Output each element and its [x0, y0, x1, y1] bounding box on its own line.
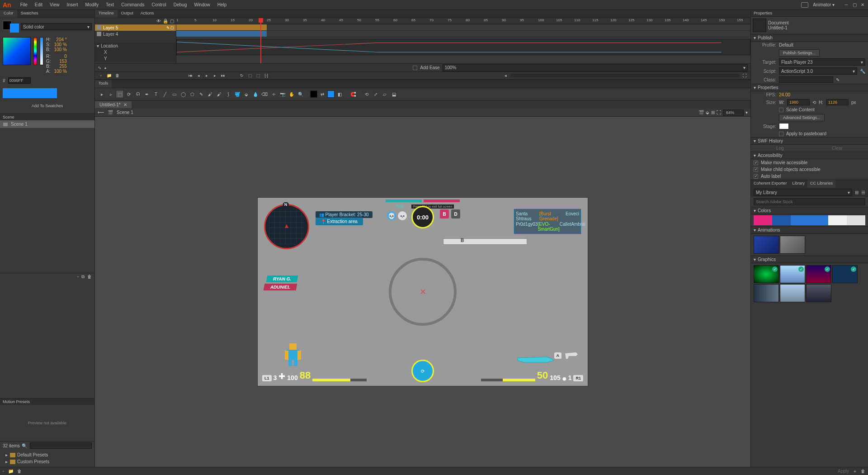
hex-input[interactable] — [8, 77, 31, 84]
lib-anim-thumb[interactable] — [780, 236, 805, 254]
breadcrumb[interactable]: Scene 1 — [117, 110, 133, 115]
lib-graphic-thumb[interactable]: ✓ — [754, 265, 779, 283]
preset-folder-default[interactable]: ▸Default Presets — [0, 451, 94, 458]
publish-section[interactable]: ▾Publish — [751, 34, 868, 42]
track-row[interactable] — [176, 31, 750, 37]
free-transform-tool[interactable]: ⬚ — [116, 90, 124, 98]
subselection-tool[interactable]: ▹ — [107, 90, 115, 98]
edit-class-icon[interactable]: ✎ — [836, 77, 840, 82]
folder-icon[interactable]: 📁 — [8, 469, 14, 474]
menu-modify[interactable]: Modify — [82, 2, 102, 7]
lib-grid-icon[interactable]: ⊞ — [855, 190, 859, 195]
line-tool[interactable]: ╱ — [161, 90, 169, 98]
fit-icon[interactable]: ⛶ — [717, 110, 721, 115]
lib-graphic-thumb[interactable] — [780, 284, 805, 302]
tab-cc-libraries[interactable]: CC Libraries — [807, 180, 835, 188]
edit-symbol-icon[interactable]: ⬙ — [706, 110, 709, 115]
lib-color-swatch[interactable] — [847, 215, 865, 225]
publish-settings-button[interactable]: Publish Settings... — [779, 49, 820, 57]
camera-tool[interactable]: 📷 — [278, 90, 287, 98]
tab-coherent-exporter[interactable]: Coherent Exporter — [751, 180, 790, 188]
lib-graphic-thumb[interactable] — [806, 284, 831, 302]
new-folder-icon[interactable]: 📁 — [106, 72, 112, 79]
color-spectrum[interactable] — [3, 37, 31, 65]
lib-colors-section[interactable]: ▾Colors — [751, 207, 868, 214]
tab-actions[interactable]: Actions — [137, 10, 158, 18]
tab-tools[interactable]: Tools — [95, 80, 112, 88]
menu-control[interactable]: Control — [148, 2, 170, 7]
add-to-swatches-button[interactable]: Add To Swatches — [3, 103, 92, 109]
sync-icon[interactable] — [801, 2, 808, 8]
lib-color-swatch[interactable] — [810, 215, 828, 225]
add-icon[interactable]: ＋ — [853, 468, 857, 475]
link-wh-icon[interactable]: ⟲ — [812, 100, 816, 105]
go-first-icon[interactable]: ⏮ — [187, 72, 193, 79]
text-tool[interactable]: T — [152, 90, 160, 98]
visibility-header-icon[interactable]: 👁 — [156, 19, 161, 24]
timeline-zoom-icon[interactable]: ⛶ — [741, 72, 748, 79]
animation-graph[interactable] — [176, 39, 750, 55]
new-layer-icon[interactable]: ▫ — [98, 72, 104, 79]
zoom-level[interactable]: 64% — [723, 109, 744, 116]
lib-anim-thumb[interactable] — [754, 236, 779, 254]
outline-header-icon[interactable]: ▢ — [170, 19, 174, 24]
swf-log-button[interactable]: Log — [776, 146, 784, 151]
preset-folder-custom[interactable]: ▸Custom Presets — [0, 458, 94, 465]
acc-child-check[interactable] — [754, 167, 758, 172]
loop-icon[interactable]: ↻ — [239, 72, 245, 79]
document-tab[interactable]: Untitled-1* ✕ — [95, 101, 132, 108]
onion-skin-icon[interactable]: ⬚ — [247, 72, 253, 79]
swf-clear-button[interactable]: Clear — [832, 146, 843, 151]
color-type-dropdown[interactable]: Solid color▾ — [21, 23, 92, 30]
brush-tool[interactable]: 🖌 — [206, 90, 214, 98]
edit-scene-icon[interactable]: 🎬 — [698, 110, 704, 115]
close-icon[interactable]: ✕ — [860, 2, 865, 8]
tab-output[interactable]: Output — [118, 10, 137, 18]
trash-icon[interactable]: 🗑 — [17, 469, 22, 474]
stage-canvas[interactable]: ▲ N 👥 Player Bracket: 25-30 📍 Extraction… — [258, 198, 588, 386]
width-input[interactable] — [787, 99, 810, 105]
delete-bottom-icon[interactable]: 🗑 — [861, 469, 865, 474]
pencil-tool[interactable]: ✎ — [197, 90, 205, 98]
graph-keyframe-icon[interactable]: ⬥ — [104, 65, 107, 70]
pen-tool[interactable]: ✒ — [143, 90, 151, 98]
polystar-tool[interactable]: ⬠ — [188, 90, 196, 98]
y-property[interactable]: Y — [95, 55, 176, 62]
menu-insert[interactable]: Insert — [63, 2, 82, 7]
lib-graphic-thumb[interactable]: ✓ — [780, 265, 805, 283]
stage-color[interactable] — [779, 123, 789, 129]
height-input[interactable] — [826, 99, 849, 105]
option-rotate-icon[interactable]: ⟲ — [363, 90, 371, 98]
fill-swatch[interactable] — [10, 24, 19, 33]
swap-colors-icon[interactable]: ⇄ — [318, 90, 326, 98]
library-search[interactable] — [754, 198, 865, 205]
location-property[interactable]: ▾Location — [95, 43, 176, 49]
menu-edit[interactable]: Edit — [31, 2, 46, 7]
rectangle-tool[interactable]: ▭ — [170, 90, 178, 98]
new-icon[interactable]: ▫ — [3, 469, 5, 474]
advanced-settings-button[interactable]: Advanced Settings... — [779, 114, 825, 121]
properties-section[interactable]: ▾Properties — [751, 84, 868, 91]
duplicate-scene-icon[interactable]: ⧉ — [81, 274, 85, 279]
bw-default-icon[interactable]: ◧ — [335, 90, 344, 98]
lock-header-icon[interactable]: 🔒 — [163, 19, 168, 24]
script-dropdown[interactable]: ActionScript 3.0▾ — [779, 67, 857, 75]
menu-file[interactable]: File — [17, 2, 31, 7]
lib-graphic-thumb[interactable]: ✓ — [806, 265, 831, 283]
fill-color[interactable] — [327, 90, 335, 98]
delete-scene-icon[interactable]: 🗑 — [87, 274, 92, 279]
add-scene-icon[interactable]: ▫ — [77, 274, 79, 279]
edit-onion-icon[interactable]: [·] — [263, 72, 269, 79]
menu-help[interactable]: Help — [214, 2, 231, 7]
lib-animations-section[interactable]: ▾Animations — [751, 226, 868, 234]
hue-slider[interactable] — [33, 37, 37, 65]
timeline-scroll-left-icon[interactable]: ◂ — [502, 72, 509, 79]
layer-row[interactable]: Layer 5 ✎ ▢ — [95, 24, 176, 31]
minimize-icon[interactable]: ─ — [844, 2, 849, 8]
tab-swatches[interactable]: Swatches — [17, 10, 42, 18]
lib-color-swatch[interactable] — [754, 215, 772, 225]
play-icon[interactable]: ▸ — [203, 72, 210, 79]
ease-percent[interactable]: 100%▾ — [443, 64, 748, 71]
accessibility-section[interactable]: ▾Accessibility — [751, 152, 868, 159]
lib-color-swatch[interactable] — [828, 215, 847, 225]
